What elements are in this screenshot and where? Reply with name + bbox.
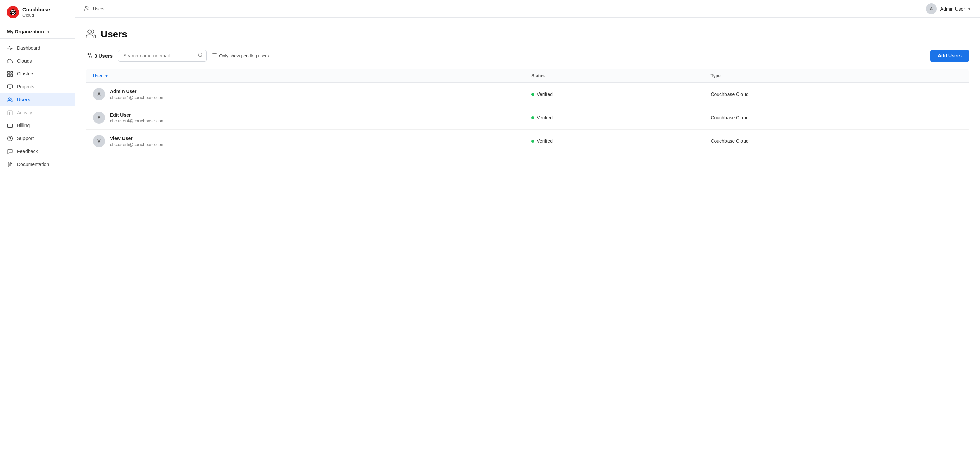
col-type: Type (704, 69, 969, 82)
user-name: Edit User (110, 112, 165, 118)
pending-checkbox[interactable] (212, 53, 217, 59)
user-cell: E Edit User cbc.user4@couchbase.com (86, 106, 525, 130)
logo: Couchbase Cloud (0, 0, 75, 24)
status-dot (531, 93, 534, 96)
page-title: Users (101, 29, 127, 40)
billing-icon (7, 122, 13, 128)
svg-rect-6 (10, 74, 12, 76)
sidebar-label-projects: Projects (17, 84, 34, 89)
users-table: User ▾ Status Type A Admin Use (86, 69, 969, 153)
sidebar-item-support[interactable]: Support (0, 132, 75, 145)
topbar: Users A Admin User ▾ (75, 0, 980, 18)
org-chevron: ▾ (47, 29, 49, 34)
col-user-label: User (93, 73, 103, 78)
col-status: Status (524, 69, 704, 82)
user-info: Edit User cbc.user4@couchbase.com (110, 112, 165, 124)
user-email: cbc.user5@couchbase.com (110, 142, 165, 147)
pending-filter[interactable]: Only show pending users (212, 53, 269, 59)
svg-point-17 (88, 30, 91, 33)
user-cell: A Admin User cbc.user1@couchbase.com (86, 82, 525, 106)
table-body: A Admin User cbc.user1@couchbase.com Ver… (86, 82, 969, 153)
org-selector[interactable]: My Organization ▾ (0, 24, 75, 39)
sidebar-item-documentation[interactable]: Documentation (0, 158, 75, 171)
sidebar-item-clouds[interactable]: Clouds (0, 54, 75, 67)
sidebar-label-clusters: Clusters (17, 71, 34, 76)
user-count-text: 3 Users (94, 53, 113, 59)
sidebar-label-dashboard: Dashboard (17, 45, 40, 51)
pending-label-text: Only show pending users (219, 53, 269, 59)
org-name: My Organization (7, 29, 44, 34)
users-icon (7, 97, 13, 103)
page-header: Users (86, 29, 969, 40)
breadcrumb-users-icon (84, 6, 89, 12)
user-avatar: V (93, 135, 105, 147)
user-name: Admin User (110, 89, 165, 94)
table-header-row: User ▾ Status Type (86, 69, 969, 82)
breadcrumb: Users (84, 6, 105, 12)
sidebar-item-feedback[interactable]: Feedback (0, 145, 75, 158)
sidebar-label-users: Users (17, 97, 30, 102)
table-row[interactable]: E Edit User cbc.user4@couchbase.com Veri… (86, 106, 969, 130)
table-header: User ▾ Status Type (86, 69, 969, 82)
svg-point-16 (86, 6, 87, 8)
toolbar: 3 Users Only show pending users Add User… (86, 50, 969, 62)
sidebar-item-dashboard[interactable]: Dashboard (0, 41, 75, 54)
cloud-icon (7, 58, 13, 64)
breadcrumb-label: Users (93, 6, 105, 11)
sidebar-item-projects[interactable]: Projects (0, 80, 75, 93)
sidebar-label-clouds: Clouds (17, 58, 32, 63)
svg-rect-4 (10, 71, 12, 73)
user-cell: V View User cbc.user5@couchbase.com (86, 130, 525, 153)
user-info: View User cbc.user5@couchbase.com (110, 136, 165, 147)
status-cell: Verified (524, 82, 704, 106)
svg-rect-5 (8, 74, 10, 76)
user-email: cbc.user1@couchbase.com (110, 95, 165, 100)
status-cell: Verified (524, 106, 704, 130)
user-count-icon (86, 52, 92, 59)
sidebar-label-documentation: Documentation (17, 162, 49, 167)
status-dot (531, 116, 534, 119)
user-menu-chevron: ▾ (969, 6, 970, 11)
sidebar-label-feedback: Feedback (17, 149, 38, 154)
svg-rect-10 (8, 124, 12, 127)
status-text: Verified (537, 138, 553, 144)
svg-rect-9 (8, 111, 12, 115)
sidebar-item-billing[interactable]: Billing (0, 119, 75, 132)
content-area: Users 3 Users Only show pending users Ad… (75, 18, 980, 455)
user-menu-name: Admin User (940, 6, 965, 11)
sidebar-nav: Dashboard Clouds Clusters Projects Users (0, 39, 75, 455)
user-name: View User (110, 136, 165, 141)
user-email: cbc.user4@couchbase.com (110, 118, 165, 124)
sidebar: Couchbase Cloud My Organization ▾ Dashbo… (0, 0, 75, 455)
sidebar-item-activity: Activity (0, 106, 75, 119)
table-row[interactable]: V View User cbc.user5@couchbase.com Veri… (86, 130, 969, 153)
svg-rect-7 (8, 85, 12, 88)
feedback-icon (7, 148, 13, 154)
sidebar-item-users[interactable]: Users (0, 93, 75, 106)
user-menu[interactable]: A Admin User ▾ (926, 3, 970, 14)
table-row[interactable]: A Admin User cbc.user1@couchbase.com Ver… (86, 82, 969, 106)
dashboard-icon (7, 45, 13, 51)
sort-arrow-user: ▾ (105, 74, 108, 78)
svg-point-18 (87, 53, 89, 55)
main-content: Users A Admin User ▾ Users 3 Users (75, 0, 980, 455)
projects-icon (7, 84, 13, 90)
brand-logo (7, 6, 19, 18)
user-info: Admin User cbc.user1@couchbase.com (110, 89, 165, 100)
search-input[interactable] (118, 50, 207, 62)
user-avatar: A (926, 3, 937, 14)
user-avatar: A (93, 88, 105, 100)
col-user[interactable]: User ▾ (86, 69, 525, 82)
sidebar-item-clusters[interactable]: Clusters (0, 67, 75, 80)
status-text: Verified (537, 92, 553, 97)
sidebar-label-activity: Activity (17, 110, 32, 115)
brand-text: Couchbase Cloud (22, 6, 50, 18)
svg-point-12 (8, 136, 12, 141)
status-text: Verified (537, 115, 553, 120)
search-box (118, 50, 207, 62)
col-status-label: Status (531, 73, 545, 78)
type-cell: Couchbase Cloud (704, 130, 969, 153)
add-users-button[interactable]: Add Users (930, 50, 969, 62)
type-cell: Couchbase Cloud (704, 82, 969, 106)
documentation-icon (7, 161, 13, 167)
